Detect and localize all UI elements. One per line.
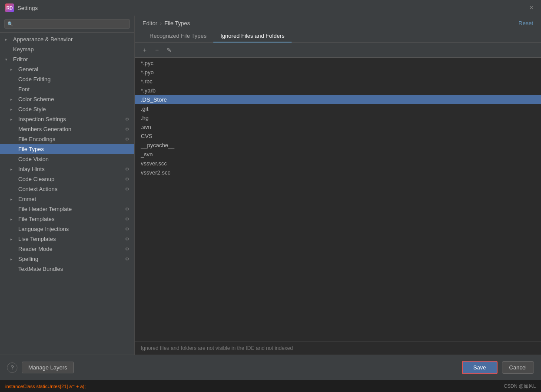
sidebar-item-textmate-bundles[interactable]: ▸TextMate Bundles (0, 264, 134, 274)
sidebar-item-keymap[interactable]: Keymap (0, 44, 134, 54)
sidebar-item-label: Editor (13, 56, 28, 63)
list-item[interactable]: vssver2.scc (135, 168, 541, 177)
sidebar-list: ▸Appearance & BehaviorKeymap▾Editor▸Gene… (0, 33, 134, 355)
chevron-icon: ▸ (10, 237, 16, 241)
gear-icon: ⚙ (125, 217, 129, 221)
tab-recognized[interactable]: Recognized File Types (143, 30, 213, 43)
cancel-button[interactable]: Cancel (502, 361, 534, 374)
file-list: *.pyc*.pyo*.rbc*.yarb.DS_Store.git.hg.sv… (135, 58, 541, 341)
gear-icon: ⚙ (125, 187, 129, 191)
sidebar-item-code-style[interactable]: ▸Code Style (0, 104, 134, 114)
watermark-text: instanceClass staticUntes[21] a= + a); (5, 384, 86, 389)
sidebar-item-label: Emmet (18, 196, 36, 202)
list-item[interactable]: .DS_Store (135, 95, 541, 104)
list-item[interactable]: CVS (135, 132, 541, 141)
sidebar-item-color-scheme[interactable]: ▸Color Scheme (0, 94, 134, 104)
chevron-icon: ▸ (10, 67, 16, 72)
chevron-icon: ▸ (10, 107, 16, 112)
sidebar-item-label: General (18, 66, 38, 72)
sidebar-item-editor[interactable]: ▾Editor (0, 54, 134, 64)
sidebar-item-general[interactable]: ▸General (0, 64, 134, 74)
sidebar-item-label: Keymap (13, 46, 34, 53)
sidebar-item-file-encodings[interactable]: ▸File Encodings⚙ (0, 134, 134, 144)
breadcrumb-parent: Editor (143, 20, 157, 26)
list-item[interactable]: *.yarb (135, 86, 541, 95)
edit-button[interactable]: ✎ (163, 45, 175, 55)
breadcrumb-current: File Types (164, 20, 190, 26)
sidebar-item-label: Code Style (18, 106, 46, 112)
sidebar-item-label: Spelling (18, 256, 38, 262)
sidebar-item-label: File Encodings (18, 136, 55, 142)
list-item[interactable]: .svn (135, 122, 541, 132)
list-item[interactable]: .hg (135, 113, 541, 122)
remove-button[interactable]: − (151, 45, 163, 55)
sidebar-item-label: Reader Mode (18, 246, 53, 252)
list-item[interactable]: __pycache__ (135, 141, 541, 150)
breadcrumb-separator: › (160, 20, 162, 26)
sidebar-item-label: Inlay Hints (18, 166, 45, 172)
manage-layers-button[interactable]: Manage Layers (22, 362, 74, 373)
list-item[interactable]: *.pyo (135, 68, 541, 77)
gear-icon: ⚙ (125, 127, 129, 132)
search-wrap: 🔍 (4, 19, 130, 29)
toolbar: + − ✎ (135, 43, 541, 58)
sidebar-item-label: File Header Template (18, 206, 72, 212)
gear-icon: ⚙ (125, 117, 129, 122)
sidebar-item-code-cleanup[interactable]: ▸Code Cleanup⚙ (0, 174, 134, 184)
sidebar-item-emmet[interactable]: ▸Emmet (0, 194, 134, 204)
gear-icon: ⚙ (125, 227, 129, 231)
sidebar-item-reader-mode[interactable]: ▸Reader Mode⚙ (0, 244, 134, 254)
sidebar-item-font[interactable]: ▸Font (0, 84, 134, 94)
tab-ignored[interactable]: Ignored Files and Folders (213, 30, 291, 43)
list-item[interactable]: _svn (135, 150, 541, 159)
sidebar-item-label: Context Actions (18, 186, 57, 192)
reset-button[interactable]: Reset (518, 20, 533, 26)
gear-icon: ⚙ (125, 137, 129, 142)
chevron-icon: ▸ (10, 167, 16, 171)
list-item[interactable]: *.rbc (135, 77, 541, 86)
sidebar-item-file-types[interactable]: ▸File Types (0, 144, 134, 154)
chevron-icon: ▸ (10, 197, 16, 201)
sidebar-item-language-injections[interactable]: ▸Language Injections⚙ (0, 224, 134, 234)
sidebar-item-context-actions[interactable]: ▸Context Actions⚙ (0, 184, 134, 194)
sidebar-item-inspection-settings[interactable]: ▸Inspection Settings⚙ (0, 114, 134, 124)
sidebar-item-label: Inspection Settings (18, 116, 66, 122)
sidebar-item-file-templates[interactable]: ▸File Templates⚙ (0, 214, 134, 224)
gear-icon: ⚙ (125, 247, 129, 251)
sidebar-item-members-generation[interactable]: ▸Members Generation⚙ (0, 124, 134, 134)
search-input[interactable] (16, 21, 127, 27)
close-button[interactable]: × (527, 3, 536, 12)
sidebar-item-spelling[interactable]: ▸Spelling⚙ (0, 254, 134, 264)
list-item[interactable]: *.pyc (135, 59, 541, 68)
sidebar-item-inlay-hints[interactable]: ▸Inlay Hints⚙ (0, 164, 134, 174)
content-panel: Editor › File Types Reset Recognized Fil… (135, 16, 541, 355)
content-header: Editor › File Types Reset Recognized Fil… (135, 16, 541, 43)
watermark-credit: CSDN @如风L (504, 383, 536, 389)
sidebar-item-label: File Templates (18, 216, 55, 222)
bottom-bar: ? Manage Layers Save Cancel (0, 355, 541, 380)
title-bar-left: RD Settings (5, 3, 38, 12)
sidebar-item-label: TextMate Bundles (18, 266, 63, 272)
sidebar-item-code-vision[interactable]: ▸Code Vision (0, 154, 134, 164)
save-button[interactable]: Save (462, 361, 498, 374)
sidebar-item-label: Language Injections (18, 226, 69, 232)
sidebar-item-live-templates[interactable]: ▸Live Templates⚙ (0, 234, 134, 244)
dialog-body: 🔍 ▸Appearance & BehaviorKeymap▾Editor▸Ge… (0, 16, 541, 355)
chevron-icon: ▸ (10, 257, 16, 261)
sidebar-item-label: Code Vision (18, 156, 49, 162)
chevron-icon: ▸ (10, 117, 16, 122)
add-button[interactable]: + (139, 45, 150, 55)
list-item[interactable]: vssver.scc (135, 159, 541, 168)
chevron-icon: ▸ (5, 37, 10, 42)
sidebar-item-appearance[interactable]: ▸Appearance & Behavior (0, 34, 134, 44)
sidebar-item-code-editing[interactable]: ▸Code Editing (0, 74, 134, 84)
gear-icon: ⚙ (125, 167, 129, 171)
chevron-icon: ▸ (10, 97, 16, 102)
sidebar-item-file-header-template[interactable]: ▸File Header Template⚙ (0, 204, 134, 214)
gear-icon: ⚙ (125, 207, 129, 211)
sidebar-item-label: Live Templates (18, 236, 56, 242)
gear-icon: ⚙ (125, 237, 129, 241)
app-icon: RD (5, 3, 14, 12)
help-button[interactable]: ? (7, 362, 17, 373)
list-item[interactable]: .git (135, 104, 541, 113)
